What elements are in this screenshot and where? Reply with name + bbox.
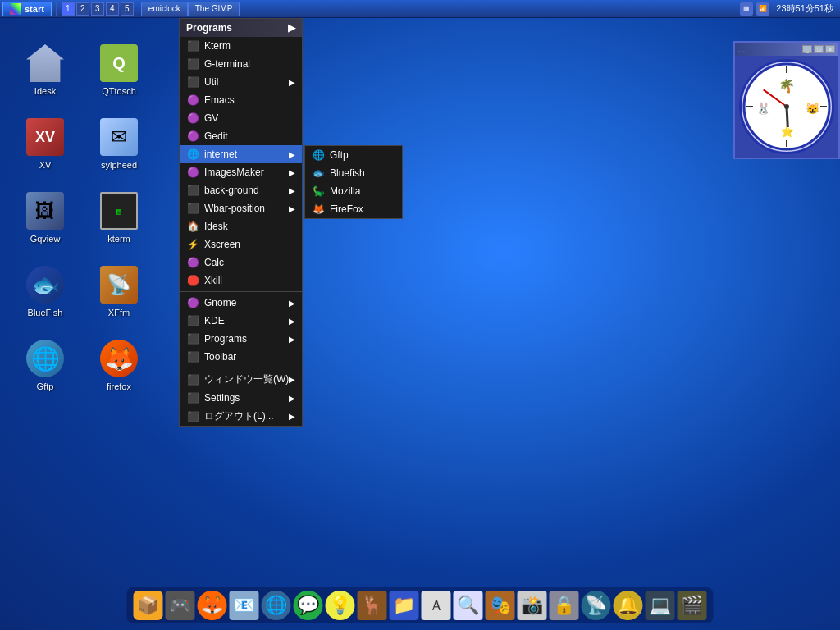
desktop-icon-idesk[interactable]: Idesk bbox=[8, 33, 82, 107]
menu-item-programs[interactable]: ⬛ Programs ▶ bbox=[180, 330, 302, 348]
menu-item-idesk[interactable]: 🏠 Idesk bbox=[180, 217, 302, 235]
menu-item-logout[interactable]: ⬛ ログアウト(L)... ▶ bbox=[180, 407, 302, 426]
dock-icon-lock[interactable]: 🔒 bbox=[550, 591, 579, 620]
kterm-menu-label: Kterm bbox=[204, 40, 231, 52]
dock-icon-email[interactable]: 📧 bbox=[230, 591, 259, 620]
desktop-icon-xffm[interactable]: 📡 XFfm bbox=[82, 254, 156, 328]
desktop-icon-xv[interactable]: XV XV bbox=[8, 107, 82, 180]
firefox-submenu-label: FireFox bbox=[330, 203, 363, 215]
clock-maximize-btn[interactable]: □ bbox=[814, 45, 824, 53]
gnome-submenu-arrow-icon: ▶ bbox=[289, 299, 295, 308]
programs-header[interactable]: Programs ▶ bbox=[180, 19, 302, 37]
util-menu-icon: ⬛ bbox=[186, 75, 199, 89]
dock-icon-search[interactable]: 🔍 bbox=[454, 591, 483, 620]
desktop-icon-firefox[interactable]: 🦊 firefox bbox=[82, 328, 156, 402]
clock-close-btn[interactable]: × bbox=[825, 45, 835, 53]
menu-item-gterminal[interactable]: ⬛ G-terminal bbox=[180, 55, 302, 73]
internet-submenu: 🌐 Gftp 🐟 Bluefish 🦕 Mozilla 🦊 FireFox bbox=[304, 145, 403, 219]
idesk-icon bbox=[25, 43, 65, 83]
desktop-icon-bluefish[interactable]: 🐟 BlueFish bbox=[8, 254, 82, 328]
desktop-3-btn[interactable]: 3 bbox=[91, 2, 104, 16]
submenu-item-mozilla[interactable]: 🦕 Mozilla bbox=[305, 182, 402, 200]
menu-item-window-list[interactable]: ⬛ ウィンドウ一覧(W) ▶ bbox=[180, 370, 302, 389]
bluefish-submenu-label: Bluefish bbox=[330, 167, 365, 179]
xv-label: XV bbox=[39, 160, 52, 170]
xffm-icon: 📡 bbox=[99, 265, 139, 304]
gimp-taskbar-btn[interactable]: The GIMP bbox=[188, 2, 240, 16]
menu-item-xscreen[interactable]: ⚡ Xscreen bbox=[180, 235, 302, 253]
dock-icon-internet[interactable]: 🌐 bbox=[262, 591, 291, 620]
dock-icon-firefox[interactable]: 🦊 bbox=[198, 591, 227, 620]
desktop-5-btn[interactable]: 5 bbox=[121, 2, 134, 16]
dock-icon-video[interactable]: 🎬 bbox=[678, 591, 707, 620]
gftp-submenu-label: Gftp bbox=[330, 149, 349, 161]
util-menu-label: Util bbox=[204, 76, 218, 88]
windowlist-submenu-arrow-icon: ▶ bbox=[289, 375, 295, 384]
dock-icon-deer[interactable]: 🦌 bbox=[358, 591, 387, 620]
dock: 📦 🎮 🦊 📧 🌐 💬 💡 🦌 📁 Ａ 🔍 🎭 📸 🔒 📡 🔔 💻 🎬 bbox=[127, 587, 714, 623]
dock-icon-games[interactable]: 🎮 bbox=[166, 591, 195, 620]
clock-minimize-btn[interactable]: _ bbox=[802, 45, 812, 53]
desktop-icon-gftp[interactable]: 🌐 Gftp bbox=[8, 328, 82, 402]
submenu-item-firefox[interactable]: 🦊 FireFox bbox=[305, 200, 402, 218]
dock-icon-media[interactable]: 🎭 bbox=[486, 591, 515, 620]
menu-item-internet[interactable]: 🌐 internet ▶ 🌐 Gftp 🐟 Bluefish 🦕 Mozilla bbox=[180, 145, 302, 163]
mozilla-submenu-label: Mozilla bbox=[330, 185, 360, 197]
menu-separator-1 bbox=[180, 291, 302, 292]
menu-item-background[interactable]: ⬛ back-ground ▶ bbox=[180, 181, 302, 199]
menu-item-settings[interactable]: ⬛ Settings ▶ bbox=[180, 389, 302, 407]
menu-item-util[interactable]: ⬛ Util ▶ bbox=[180, 73, 302, 91]
menu-item-kde[interactable]: ⬛ KDE ▶ bbox=[180, 312, 302, 330]
menu-item-emacs[interactable]: 🟣 Emacs bbox=[180, 91, 302, 109]
start-menu: Programs ▶ ⬛ Kterm ⬛ G-terminal ⬛ Util ▶… bbox=[179, 18, 303, 427]
dock-icon-folder[interactable]: 📦 bbox=[134, 591, 163, 620]
emiclock-taskbar-btn[interactable]: emiclock bbox=[141, 2, 188, 16]
windowlist-menu-icon: ⬛ bbox=[186, 373, 199, 386]
clock-svg: 🌴 🐰 😸 ⭐ bbox=[742, 62, 832, 152]
bluefish-submenu-icon: 🐟 bbox=[312, 167, 325, 180]
menu-item-calc[interactable]: 🟣 Calc bbox=[180, 253, 302, 272]
gedit-menu-icon: 🟣 bbox=[186, 130, 199, 143]
menu-item-toolbar[interactable]: ⬛ Toolbar bbox=[180, 348, 302, 366]
menu-item-gv[interactable]: 🟣 GV bbox=[180, 109, 302, 127]
emacs-menu-icon: 🟣 bbox=[186, 94, 199, 107]
menu-item-xkill[interactable]: 🛑 Xkill bbox=[180, 272, 302, 290]
emiclock-label: emiclock bbox=[148, 4, 180, 13]
dock-icon-chat[interactable]: 💬 bbox=[294, 591, 323, 620]
clock-title: ... bbox=[738, 45, 745, 54]
submenu-item-bluefish[interactable]: 🐟 Bluefish bbox=[305, 164, 402, 182]
gftp-submenu-icon: 🌐 bbox=[312, 148, 325, 162]
desktop-icon-gqview[interactable]: 🖼 Gqview bbox=[8, 180, 82, 254]
windowlist-menu-label: ウィンドウ一覧(W) bbox=[204, 372, 289, 386]
dock-icon-camera[interactable]: 📸 bbox=[518, 591, 547, 620]
start-icon bbox=[10, 3, 21, 15]
desktop-4-btn[interactable]: 4 bbox=[106, 2, 119, 16]
dock-icon-idea[interactable]: 💡 bbox=[326, 591, 355, 620]
desktop-2-btn[interactable]: 2 bbox=[76, 2, 89, 16]
start-button[interactable]: start bbox=[2, 2, 52, 16]
programs-arrow-icon: ▶ bbox=[288, 22, 295, 34]
menu-item-wbar[interactable]: ⬛ Wbar-position ▶ bbox=[180, 199, 302, 217]
desktop-icon-kterm[interactable]: ▤ kterm bbox=[82, 180, 156, 254]
gftp-icon: 🌐 bbox=[25, 339, 65, 378]
menu-item-gedit[interactable]: 🟣 Gedit bbox=[180, 127, 302, 145]
gterminal-menu-label: G-terminal bbox=[204, 58, 250, 70]
menu-item-kterm[interactable]: ⬛ Kterm bbox=[180, 37, 302, 55]
desktop-icon-sylpheed[interactable]: ✉ sylpheed bbox=[82, 107, 156, 180]
submenu-item-gftp[interactable]: 🌐 Gftp bbox=[305, 146, 402, 164]
dock-icon-files[interactable]: 📁 bbox=[390, 591, 419, 620]
desktop-1-btn[interactable]: 1 bbox=[62, 2, 75, 16]
dock-icon-network[interactable]: 📡 bbox=[582, 591, 611, 620]
dock-icon-bell[interactable]: 🔔 bbox=[614, 591, 643, 620]
desktop-icon-qttosch[interactable]: Q QTtosch bbox=[82, 33, 156, 107]
desktop-switcher: 1 2 3 4 5 bbox=[62, 2, 134, 16]
dock-icon-font[interactable]: Ａ bbox=[422, 591, 451, 620]
xffm-label: XFfm bbox=[108, 308, 130, 317]
clock-face: 🌴 🐰 😸 ⭐ bbox=[739, 59, 834, 154]
internet-menu-label: internet bbox=[204, 148, 237, 160]
toolbar-menu-icon: ⬛ bbox=[186, 350, 199, 363]
menu-item-imagesmaker[interactable]: 🟣 ImagesMaker ▶ bbox=[180, 163, 302, 181]
xkill-menu-label: Xkill bbox=[204, 275, 222, 286]
menu-item-gnome[interactable]: 🟣 Gnome ▶ bbox=[180, 294, 302, 312]
dock-icon-computer[interactable]: 💻 bbox=[646, 591, 675, 620]
